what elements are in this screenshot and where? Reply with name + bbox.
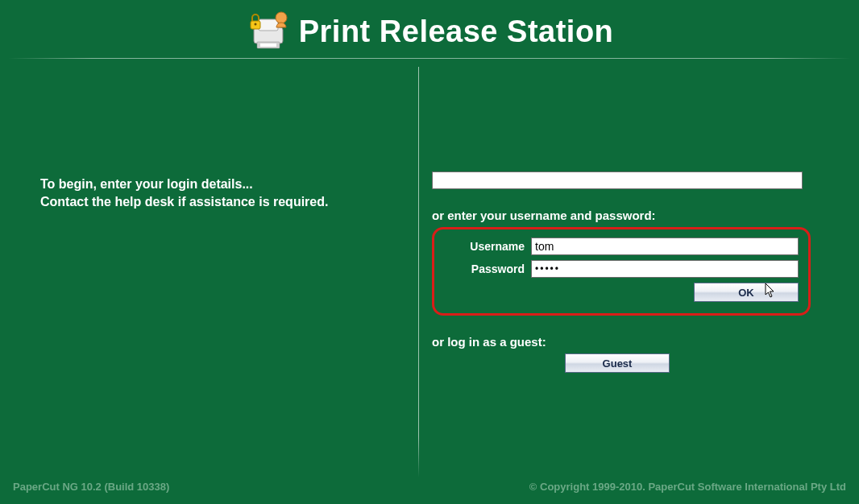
password-input[interactable] — [531, 260, 799, 278]
footer: PaperCut NG 10.2 (Build 10338) © Copyrig… — [0, 481, 859, 493]
instruction-line-1: To begin, enter your login details... — [40, 176, 402, 193]
username-label: Username — [444, 240, 525, 253]
page-title: Print Release Station — [299, 14, 614, 49]
credentials-section-label: or enter your username and password: — [432, 209, 811, 222]
card-swipe-input[interactable] — [432, 171, 803, 189]
guest-section-label: or log in as a guest: — [432, 335, 811, 349]
instructions-panel: To begin, enter your login details... Co… — [0, 59, 418, 461]
ok-button-row: OK — [444, 283, 799, 302]
password-label: Password — [444, 262, 525, 275]
login-highlight-frame: Username Password OK — [432, 227, 811, 316]
instruction-line-2: Contact the help desk if assistance is r… — [40, 193, 402, 211]
svg-point-5 — [254, 23, 256, 26]
copyright-text: © Copyright 1999-2010. PaperCut Software… — [529, 481, 846, 493]
guest-button[interactable]: Guest — [565, 353, 670, 373]
svg-point-6 — [276, 12, 287, 23]
version-text: PaperCut NG 10.2 (Build 10338) — [13, 481, 169, 493]
guest-button-row: Guest — [432, 353, 803, 373]
main-content: To begin, enter your login details... Co… — [0, 59, 859, 461]
password-row: Password — [444, 260, 799, 278]
svg-rect-1 — [259, 19, 278, 31]
printer-lock-icon — [246, 11, 293, 52]
svg-rect-3 — [260, 43, 276, 47]
login-panel: or enter your username and password: Use… — [419, 59, 859, 461]
username-input[interactable] — [531, 238, 799, 255]
header: Print Release Station — [0, 0, 859, 58]
ok-button[interactable]: OK — [694, 283, 799, 302]
username-row: Username — [444, 238, 799, 255]
